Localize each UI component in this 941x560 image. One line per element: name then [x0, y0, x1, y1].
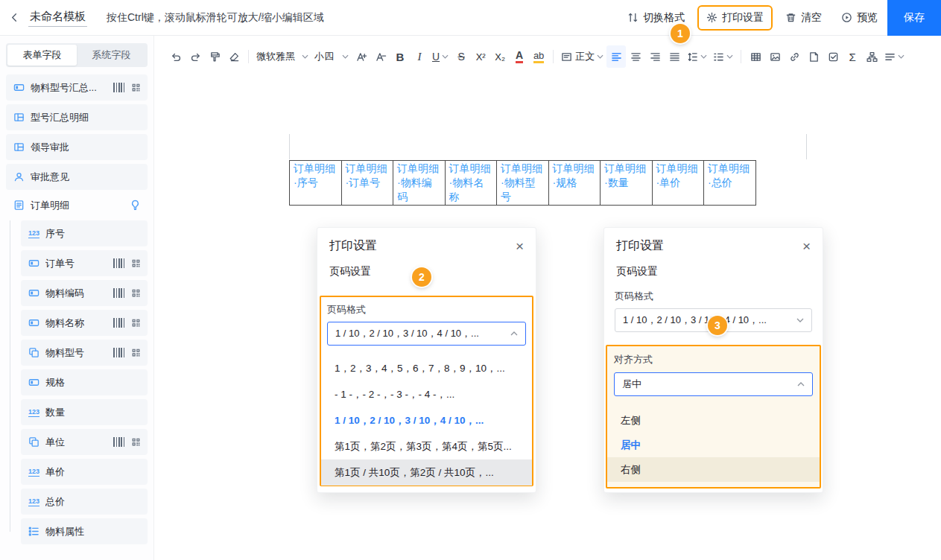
italic-button[interactable]: I	[410, 45, 429, 68]
more-tools-button[interactable]	[881, 45, 907, 68]
table-cell-total-price[interactable]: 订单明细·总价	[704, 161, 756, 206]
barcode-icon[interactable]	[113, 318, 124, 328]
redo-button[interactable]	[186, 45, 205, 68]
line-height-button[interactable]	[684, 45, 710, 68]
font-color-button[interactable]: A	[510, 45, 529, 68]
preview-button[interactable]: 预览	[831, 0, 887, 35]
page-format-select[interactable]: 1 / 10，2 / 10，3 / 10，4 / 10，...	[327, 322, 526, 346]
font-family-select[interactable]: 微软雅黑	[253, 45, 311, 68]
superscript-button[interactable]: X²	[471, 45, 490, 68]
qrcode-icon[interactable]	[131, 83, 141, 92]
format-painter-button[interactable]	[205, 45, 224, 68]
highlight-color-button[interactable]: ab	[529, 45, 548, 68]
field-item-material-model-summary[interactable]: 物料型号汇总...	[6, 74, 148, 101]
bold-button[interactable]: B	[390, 45, 410, 68]
editor-canvas[interactable]: 订单明细·序号 订单明细·订单号 订单明细·物料编码 订单明细·物料名称 订单明…	[154, 77, 941, 560]
table-cell-material-code[interactable]: 订单明细·物料编码	[393, 161, 446, 206]
align-right-button[interactable]	[645, 45, 665, 68]
table-cell-quantity[interactable]: 订单明细·数量	[601, 161, 653, 206]
chevron-down-icon	[726, 54, 733, 59]
close-icon[interactable]: ×	[516, 241, 524, 252]
barcode-icon[interactable]	[113, 83, 124, 92]
qrcode-icon[interactable]	[131, 437, 141, 447]
field-item-material-name[interactable]: 物料名称	[21, 310, 148, 336]
table-cell-material-model[interactable]: 订单明细·物料型号	[497, 161, 549, 206]
field-item-model-summary-detail[interactable]: 型号汇总明细	[6, 104, 148, 130]
field-item-unit-price[interactable]: 123 单价	[21, 459, 148, 485]
insert-image-button[interactable]	[765, 45, 785, 68]
clear-format-button[interactable]	[224, 45, 244, 68]
field-item-seq-no[interactable]: 123 序号	[21, 220, 148, 246]
align-left-button[interactable]	[606, 45, 626, 68]
template-title[interactable]: 未命名模板	[28, 9, 87, 27]
chevron-up-icon	[510, 331, 518, 336]
font-size-select[interactable]: 小四	[311, 45, 352, 68]
switch-format-label: 切换格式	[643, 11, 685, 25]
option-plain-numbers[interactable]: 1，2，3，4，5，6，7，8，9，10，...	[321, 355, 532, 381]
field-item-spec[interactable]: 规格	[21, 369, 148, 395]
strikethrough-button[interactable]: S	[452, 45, 471, 68]
table-field-icon	[13, 112, 25, 123]
barcode-icon[interactable]	[113, 288, 124, 298]
qrcode-icon[interactable]	[131, 318, 141, 328]
option-align-center[interactable]: 居中	[607, 433, 820, 457]
field-label: 订单号	[45, 257, 75, 270]
qrcode-icon[interactable]	[131, 348, 141, 357]
qrcode-icon[interactable]	[131, 288, 141, 298]
option-align-left[interactable]: 左侧	[607, 408, 820, 433]
field-item-total-price[interactable]: 123 总价	[21, 489, 148, 515]
insert-link-button[interactable]	[785, 45, 804, 68]
paragraph-style-select[interactable]: 正文	[558, 45, 606, 68]
field-item-approval-comment[interactable]: 审批意见	[6, 164, 148, 190]
field-item-quantity[interactable]: 123 数量	[21, 399, 148, 425]
qrcode-icon[interactable]	[131, 258, 141, 268]
table-cell-spec[interactable]: 订单明细·规格	[548, 161, 601, 206]
table-cell-unit-price[interactable]: 订单明细·单价	[652, 161, 704, 206]
superscript-label: X²	[476, 51, 486, 63]
option-page-n-of-total[interactable]: 第1页 / 共10页，第2页 / 共10页，...	[321, 459, 532, 486]
align-center-button[interactable]	[626, 45, 645, 68]
insert-formula-button[interactable]: Σ	[843, 45, 862, 68]
font-size-increase-button[interactable]	[352, 45, 371, 68]
field-item-order-no[interactable]: 订单号	[21, 250, 148, 276]
toolbar-divider	[248, 50, 249, 63]
field-item-material-code[interactable]: 物料编码	[21, 280, 148, 306]
undo-button[interactable]	[166, 45, 186, 68]
insert-checkbox-button[interactable]	[823, 45, 843, 68]
lightbulb-icon[interactable]	[130, 200, 141, 211]
field-item-unit[interactable]: 单位	[21, 429, 148, 455]
save-button[interactable]: 保存	[887, 0, 941, 36]
insert-table-button[interactable]	[746, 45, 765, 68]
option-dashed-numbers[interactable]: - 1 -，- 2 -，- 3 -，- 4 -，...	[321, 381, 532, 407]
barcode-icon[interactable]	[113, 348, 124, 357]
page-icon	[808, 51, 820, 63]
field-item-material-attr[interactable]: 物料属性	[21, 518, 148, 544]
font-size-decrease-button[interactable]	[371, 45, 390, 68]
table-cell-material-name[interactable]: 订单明细·物料名称	[445, 161, 497, 206]
barcode-icon[interactable]	[113, 437, 124, 447]
underline-button[interactable]: U	[429, 45, 452, 68]
table-cell-seq-no[interactable]: 订单明细·序号	[290, 161, 342, 206]
subscript-button[interactable]: X₂	[490, 45, 510, 68]
tab-form-fields[interactable]: 表单字段	[7, 45, 77, 66]
insert-flow-button[interactable]	[862, 45, 881, 68]
back-button[interactable]	[0, 0, 28, 35]
table-cell-order-no[interactable]: 订单明细·订单号	[341, 161, 393, 206]
field-item-leader-approval[interactable]: 领导审批	[6, 134, 148, 160]
print-settings-button[interactable]: 打印设置	[699, 7, 771, 29]
insert-page-button[interactable]	[804, 45, 823, 68]
field-insert-icons	[113, 83, 141, 92]
field-group-order-detail[interactable]: 订单明细	[6, 194, 148, 217]
field-item-material-model[interactable]: 物料型号	[21, 340, 148, 366]
option-n-of-total[interactable]: 1 / 10，2 / 10，3 / 10，4 / 10，...	[321, 407, 532, 433]
alignment-select[interactable]: 居中	[614, 372, 813, 396]
option-page-n[interactable]: 第1页，第2页，第3页，第4页，第5页...	[321, 433, 532, 459]
field-insert-icons	[113, 318, 141, 328]
option-align-right[interactable]: 右侧	[607, 457, 820, 482]
barcode-icon[interactable]	[113, 258, 124, 268]
close-icon[interactable]: ×	[802, 241, 811, 252]
clear-button[interactable]: 清空	[776, 0, 831, 35]
tab-system-fields[interactable]: 系统字段	[77, 45, 146, 66]
align-justify-button[interactable]	[665, 45, 684, 68]
list-button[interactable]	[710, 45, 736, 68]
